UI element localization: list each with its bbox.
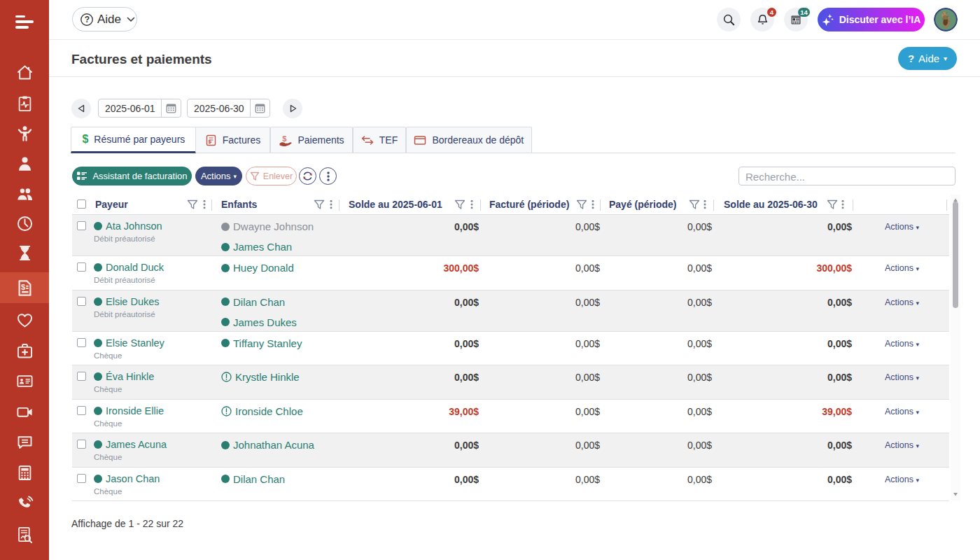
svg-text:$: $ bbox=[208, 139, 211, 144]
svg-text:$: $ bbox=[283, 134, 287, 143]
svg-text:$: $ bbox=[20, 283, 25, 291]
svg-text:?: ? bbox=[85, 15, 90, 24]
